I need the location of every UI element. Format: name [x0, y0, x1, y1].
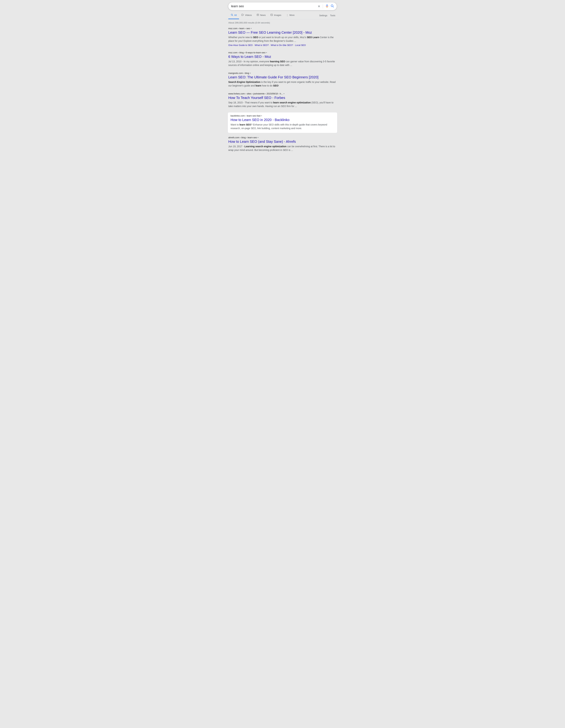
svg-point-13 [271, 14, 272, 15]
tab-news-label: News [260, 14, 266, 16]
search-icon[interactable] [330, 4, 334, 8]
result-url-row: mangools.com › blog ▾ [228, 72, 337, 74]
result-url: backlinko.com › learn-seo-fast [231, 114, 261, 117]
result-item: mangools.com › blog ▾ Learn SEO: The Ult… [226, 70, 339, 90]
link-separator: · [253, 44, 254, 46]
result-title[interactable]: How To Teach Yourself SEO - Forbes [228, 95, 337, 100]
result-dropdown-arrow[interactable]: ▾ [258, 137, 259, 138]
result-sub-link[interactable]: What is On-Site SEO? [271, 44, 293, 46]
link-separator: · [270, 44, 270, 46]
tab-news[interactable]: News [254, 12, 268, 19]
result-url: mangools.com › blog [228, 72, 249, 74]
result-title[interactable]: How to Learn SEO in 2020 - Backlinko [231, 118, 334, 122]
news-icon [257, 14, 259, 17]
all-icon [231, 14, 233, 17]
result-snippet: Whether you're new to SEO or just want t… [228, 36, 337, 43]
svg-line-4 [333, 7, 334, 7]
result-url: ahrefs.com › blog › learn-seo [228, 136, 257, 139]
result-title[interactable]: How to Learn SEO (and Stay Sane) - Ahref… [228, 139, 337, 144]
result-snippet: Want to learn SEO? Enhance your SEO skil… [231, 123, 334, 130]
page-wrapper: ✕ All [226, 0, 339, 155]
result-url: moz.com › blog › 6-ways-to-learn-seo [228, 51, 266, 54]
svg-line-6 [232, 15, 233, 16]
tab-more-label: More [289, 14, 294, 16]
svg-marker-8 [243, 15, 244, 15]
result-url-row: ahrefs.com › blog › learn-seo ▾ [228, 136, 337, 139]
result-title[interactable]: Learn SEO — Free SEO Learning Center [20… [228, 30, 337, 35]
result-snippet: Jul 13, 2010 - In my opinion, everyone l… [228, 60, 337, 67]
result-dropdown-arrow[interactable]: ▾ [266, 52, 267, 54]
images-icon [271, 14, 273, 17]
result-dropdown-arrow[interactable]: ▾ [251, 27, 252, 29]
nav-tools[interactable]: Tools [329, 12, 337, 19]
tab-images[interactable]: Images [268, 12, 284, 19]
tab-all[interactable]: All [228, 12, 239, 19]
nav-tabs: All Videos News Images ⋮ More Settings T… [226, 12, 339, 19]
result-sub-link[interactable]: One-Hour Guide to SEO [228, 44, 253, 46]
result-url-row: www.forbes.com › sites › joshsteimle › 2… [228, 92, 337, 95]
result-item: www.forbes.com › sites › joshsteimle › 2… [226, 91, 339, 111]
result-snippet: Jun 19, 2017 - Learning search engine op… [228, 145, 337, 152]
result-snippet: Sep 18, 2015 - That means if you want to… [228, 101, 337, 108]
result-snippet: Search Engine Optimization is the key if… [228, 80, 337, 88]
videos-icon [242, 14, 244, 17]
results-info: About 299,000,000 results (0.64 seconds) [226, 19, 339, 25]
result-title[interactable]: 6 Ways to Learn SEO - Moz [228, 54, 337, 59]
search-bar: ✕ [228, 2, 337, 10]
svg-rect-0 [327, 4, 327, 6]
svg-rect-9 [257, 14, 259, 16]
svg-rect-7 [242, 14, 243, 16]
tab-videos[interactable]: Videos [239, 12, 254, 19]
result-links: One-Hour Guide to SEO · What is SEO? · W… [228, 44, 337, 46]
tab-videos-label: Videos [245, 14, 252, 16]
result-url-row: backlinko.com › learn-seo-fast ▾ [231, 114, 334, 117]
result-item: moz.com › blog › 6-ways-to-learn-seo ▾ 6… [226, 50, 339, 70]
tab-more[interactable]: ⋮ More [284, 12, 297, 19]
result-item: moz.com › learn › seo ▾ Learn SEO — Free… [226, 25, 339, 49]
tab-all-label: All [234, 14, 237, 16]
result-dropdown-arrow[interactable]: ▾ [250, 72, 251, 74]
nav-settings[interactable]: Settings [318, 12, 329, 19]
result-sub-link[interactable]: Local SEO [295, 44, 306, 46]
result-item-highlighted: backlinko.com › learn-seo-fast ▾ How to … [228, 112, 337, 133]
search-bar-container: ✕ [226, 0, 339, 10]
result-url-row: moz.com › learn › seo ▾ [228, 27, 337, 30]
result-title[interactable]: Learn SEO: The Ultimate Guide For SEO Be… [228, 75, 337, 79]
result-url: www.forbes.com › sites › joshsteimle › 2… [228, 92, 283, 95]
tab-images-label: Images [274, 14, 281, 16]
result-sub-link[interactable]: What is SEO? [255, 44, 269, 46]
mic-icon[interactable] [325, 4, 329, 8]
more-dots-icon: ⋮ [286, 14, 288, 16]
result-dropdown-arrow[interactable]: ▾ [261, 115, 262, 117]
result-url: moz.com › learn › seo [228, 27, 250, 30]
result-url-row: moz.com › blog › 6-ways-to-learn-seo ▾ [228, 51, 337, 54]
result-dropdown-arrow[interactable]: ▾ [283, 93, 284, 95]
result-item: ahrefs.com › blog › learn-seo ▾ How to L… [226, 134, 339, 155]
link-separator: · [294, 44, 294, 46]
search-input[interactable] [231, 4, 316, 8]
clear-icon[interactable]: ✕ [318, 4, 320, 8]
svg-rect-12 [271, 14, 273, 16]
